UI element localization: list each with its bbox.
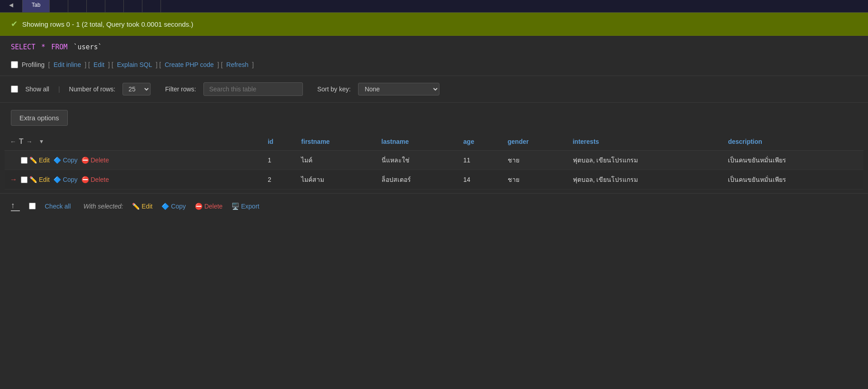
sql-from-keyword: FROM	[51, 43, 67, 51]
nav-item[interactable]	[50, 0, 68, 12]
nav-item[interactable]	[142, 0, 161, 12]
row-indicator-icon: →	[10, 176, 17, 184]
row-delete-button[interactable]: ⛔ Delete	[81, 157, 109, 164]
show-all-checkbox[interactable]	[11, 85, 18, 93]
column-icon: T	[19, 138, 24, 146]
check-all-checkbox[interactable]	[29, 203, 36, 209]
extra-options-button[interactable]: Extra options	[11, 110, 68, 126]
controls-bar: Show all | Number of rows: 25 50 100 250…	[0, 76, 868, 103]
row-firstname-cell: ไมค์สาม	[296, 170, 376, 190]
sort-select[interactable]: None PRIMARY	[358, 83, 439, 95]
sort-label: Sort by key:	[317, 85, 351, 93]
row-age-cell: 11	[458, 151, 502, 170]
row-gender-cell: ชาย	[502, 151, 567, 170]
resize-right-icon[interactable]: →	[26, 138, 33, 145]
row-copy-button[interactable]: 🔷 Copy	[53, 176, 78, 183]
row-age-cell: 14	[458, 170, 502, 190]
row-lastname-cell: นี่แหละใช่	[376, 151, 458, 170]
sql-table-name: `users`	[73, 43, 102, 51]
row-actions-cell: ✏️ Edit 🔷 Copy ⛔ Delete	[5, 151, 262, 170]
with-selected-label: With selected:	[84, 203, 123, 210]
col-header-actions: ← T → ▼	[5, 133, 262, 151]
extra-options-area: Extra options	[0, 103, 868, 133]
col-header-age[interactable]: age	[458, 133, 502, 151]
nav-item[interactable]	[87, 0, 105, 12]
col-header-interests[interactable]: interests	[567, 133, 723, 151]
nav-item[interactable]: Tab	[23, 0, 50, 12]
row-edit-button[interactable]: ✏️ Edit	[29, 157, 50, 164]
col-header-firstname[interactable]: firstname	[296, 133, 376, 151]
bottom-delete-button[interactable]: ⛔ Delete	[195, 203, 222, 210]
nav-item[interactable]: ◀	[0, 0, 23, 12]
row-interests-cell: ฟุตบอล, เขียนโปรแกรม	[567, 151, 723, 170]
col-header-description[interactable]: description	[722, 133, 863, 151]
profiling-label: Profiling	[22, 61, 45, 68]
row-id-cell: 2	[262, 170, 296, 190]
nav-item[interactable]	[68, 0, 87, 12]
row-copy-button[interactable]: 🔷 Copy	[53, 157, 78, 164]
bottom-bar: ↑ Check all With selected: ✏️ Edit 🔷 Cop…	[0, 193, 868, 218]
refresh-link[interactable]: Refresh	[226, 61, 249, 68]
data-table: ← T → ▼ id firstname lastname age	[5, 133, 863, 190]
row-interests-cell: ฟุตบอล, เขียนโปรแกรม	[567, 170, 723, 190]
show-all-label: Show all	[25, 85, 49, 93]
top-nav: ◀ Tab	[0, 0, 868, 13]
row-gender-cell: ชาย	[502, 170, 567, 190]
copy-icon: 🔷	[161, 203, 169, 210]
col-header-gender[interactable]: gender	[502, 133, 567, 151]
nav-item[interactable]	[105, 0, 124, 12]
sql-display: SELECT * FROM `users`	[0, 36, 868, 57]
bottom-copy-button[interactable]: 🔷 Copy	[161, 203, 186, 210]
bottom-edit-button[interactable]: ✏️ Edit	[132, 203, 152, 210]
row-select-checkbox[interactable]	[21, 157, 28, 164]
col-header-lastname[interactable]: lastname	[376, 133, 458, 151]
edit-inline-link[interactable]: Edit inline	[53, 61, 81, 68]
filter-label: Filter rows:	[165, 85, 196, 93]
table-row: ✏️ Edit 🔷 Copy ⛔ Delete 1 ไมค์ นี่แหละใช…	[5, 151, 863, 170]
export-icon: 🖥️	[231, 203, 239, 210]
edit-icon: ✏️	[132, 203, 140, 210]
collapse-icon[interactable]: ▼	[39, 138, 44, 145]
table-row: → ✏️ Edit 🔷 Copy ⛔ Delete 2 ไมค์สาม ล็อป…	[5, 170, 863, 190]
row-id-cell: 1	[262, 151, 296, 170]
success-banner: ✔ Showing rows 0 - 1 (2 total, Query too…	[0, 13, 868, 36]
row-delete-button[interactable]: ⛔ Delete	[81, 176, 109, 183]
check-all-label[interactable]: Check all	[45, 203, 71, 210]
edit-link[interactable]: Edit	[94, 61, 104, 68]
sql-star: *	[41, 43, 45, 51]
rows-select[interactable]: 25 50 100 250 500	[123, 83, 151, 95]
table-header-row: ← T → ▼ id firstname lastname age	[5, 133, 863, 151]
resize-left-icon[interactable]: ←	[10, 138, 16, 145]
row-edit-button[interactable]: ✏️ Edit	[29, 176, 50, 183]
bottom-export-button[interactable]: 🖥️ Export	[231, 203, 259, 210]
row-firstname-cell: ไมค์	[296, 151, 376, 170]
row-select-checkbox[interactable]	[21, 176, 28, 183]
create-php-link[interactable]: Create PHP code	[165, 61, 214, 68]
row-description-cell: เป็นคนขยันหมั่นเพียร	[722, 151, 863, 170]
col-header-id[interactable]: id	[262, 133, 296, 151]
search-input[interactable]	[203, 82, 303, 96]
explain-sql-link[interactable]: Explain SQL	[117, 61, 152, 68]
scroll-up-icon[interactable]: ↑	[11, 201, 20, 211]
row-actions-cell: → ✏️ Edit 🔷 Copy ⛔ Delete	[5, 170, 262, 190]
nav-item[interactable]	[124, 0, 142, 12]
sql-select-keyword: SELECT	[11, 43, 35, 51]
table-container: ← T → ▼ id firstname lastname age	[0, 133, 868, 190]
rows-label: Number of rows:	[69, 85, 116, 93]
profiling-checkbox[interactable]	[11, 61, 18, 68]
success-message: Showing rows 0 - 1 (2 total, Query took …	[22, 20, 193, 28]
delete-icon: ⛔	[195, 203, 203, 210]
profiling-bar: Profiling [ Edit inline ] [ Edit ] [ Exp…	[0, 57, 868, 76]
row-description-cell: เป็นคนขยันหมั่นเพียร	[722, 170, 863, 190]
row-lastname-cell: ล็อปสเตอร์	[376, 170, 458, 190]
checkmark-icon: ✔	[11, 19, 18, 29]
